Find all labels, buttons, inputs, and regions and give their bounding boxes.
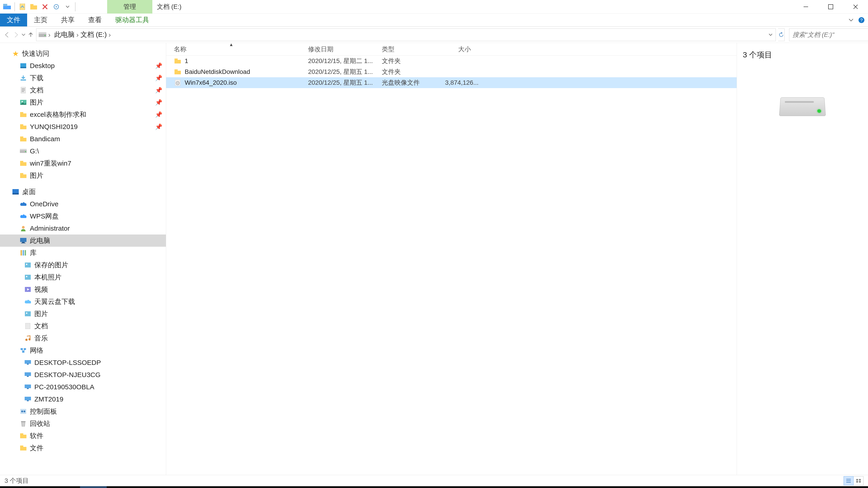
tree-item[interactable]: 此电脑 bbox=[0, 234, 166, 247]
file-row[interactable]: BaiduNetdiskDownload 2020/12/25, 星期五 1..… bbox=[166, 66, 737, 77]
col-name[interactable]: 名称 bbox=[166, 45, 301, 54]
tree-item[interactable]: DESKTOP-NJEU3CG bbox=[0, 369, 166, 381]
svg-rect-32 bbox=[20, 173, 23, 175]
address-bar[interactable]: › 此电脑 › 文档 (E:) › bbox=[36, 29, 776, 41]
nav-forward-button[interactable] bbox=[13, 29, 20, 40]
breadcrumb-this-pc[interactable]: 此电脑 bbox=[53, 30, 76, 39]
tree-item[interactable]: 天翼云盘下载 bbox=[0, 295, 166, 308]
tree-item[interactable]: OneDrive bbox=[0, 198, 166, 210]
start-button[interactable] bbox=[0, 486, 27, 488]
tree-label: 桌面 bbox=[22, 187, 36, 197]
search-input[interactable] bbox=[789, 31, 868, 38]
tree-desktop[interactable]: 桌面 bbox=[0, 186, 166, 198]
breadcrumb-sep[interactable]: › bbox=[108, 31, 111, 39]
taskbar-explorer-button[interactable] bbox=[80, 486, 107, 488]
svg-rect-40 bbox=[23, 250, 24, 256]
tree-item[interactable]: 视频 bbox=[0, 283, 166, 295]
qa-delete-icon[interactable] bbox=[40, 2, 50, 12]
window-controls bbox=[794, 0, 868, 13]
tab-share[interactable]: 共享 bbox=[54, 13, 81, 26]
file-row[interactable]: Win7x64_2020.iso 2020/12/25, 星期五 1... 光盘… bbox=[166, 77, 737, 88]
folder-icon bbox=[20, 112, 27, 117]
svg-rect-49 bbox=[25, 323, 30, 329]
tree-item[interactable]: win7重装win7 bbox=[0, 157, 166, 169]
tab-home[interactable]: 主页 bbox=[27, 13, 54, 26]
tree-item[interactable]: 下载 📌 bbox=[0, 72, 166, 84]
tree-label: Desktop bbox=[30, 62, 55, 70]
tree-item[interactable]: G:\ bbox=[0, 145, 166, 157]
tree-item[interactable]: Bandicam bbox=[0, 133, 166, 145]
tree-item[interactable]: 文件 bbox=[0, 442, 166, 454]
svg-rect-58 bbox=[27, 376, 29, 377]
tree-label: 本机照片 bbox=[34, 273, 61, 282]
quick-access-toolbar bbox=[0, 2, 77, 12]
app-icon[interactable] bbox=[2, 2, 12, 12]
qa-new-folder-icon[interactable] bbox=[29, 2, 39, 12]
taskbar-search-button[interactable] bbox=[27, 486, 53, 488]
col-date[interactable]: 修改日期 bbox=[301, 45, 374, 54]
nav-up-button[interactable] bbox=[28, 29, 34, 40]
tree-item[interactable]: Administrator bbox=[0, 222, 166, 234]
file-row[interactable]: 1 2020/12/15, 星期二 1... 文件夹 bbox=[166, 56, 737, 66]
view-large-icons-button[interactable] bbox=[854, 476, 864, 485]
qa-dropdown-icon[interactable] bbox=[62, 2, 73, 12]
tree-item[interactable]: ZMT2019 bbox=[0, 393, 166, 405]
qa-settings-icon[interactable] bbox=[51, 2, 61, 12]
col-size[interactable]: 大小 bbox=[435, 45, 477, 54]
col-type[interactable]: 类型 bbox=[374, 45, 435, 54]
svg-rect-0 bbox=[3, 6, 11, 9]
tab-drive-tools[interactable]: 驱动器工具 bbox=[108, 13, 156, 26]
breadcrumb-sep[interactable]: › bbox=[46, 31, 53, 39]
svg-rect-44 bbox=[25, 275, 31, 280]
tree-item[interactable]: PC-20190530OBLA bbox=[0, 381, 166, 393]
cloud-blue-icon bbox=[20, 202, 27, 206]
refresh-button[interactable] bbox=[778, 29, 784, 41]
tree-item[interactable]: DESKTOP-LSSOEDP bbox=[0, 357, 166, 369]
pc-icon bbox=[20, 238, 27, 243]
tree-item[interactable]: 图片 bbox=[0, 308, 166, 320]
tree-label: Bandicam bbox=[30, 135, 60, 143]
tree-item[interactable]: 音乐 bbox=[0, 332, 166, 344]
status-bar: 3 个项目 bbox=[0, 475, 868, 486]
tree-item[interactable]: WPS网盘 bbox=[0, 210, 166, 222]
tree-item[interactable]: 文档 bbox=[0, 320, 166, 332]
tree-item[interactable]: 库 bbox=[0, 247, 166, 259]
tree-item[interactable]: 本机照片 bbox=[0, 271, 166, 283]
tree-item[interactable]: excel表格制作求和 📌 bbox=[0, 108, 166, 121]
tree-quick-access[interactable]: 快速访问 bbox=[0, 47, 166, 60]
breadcrumb-sep[interactable]: › bbox=[76, 31, 79, 39]
nav-history-dropdown[interactable] bbox=[22, 29, 25, 40]
maximize-button[interactable] bbox=[818, 0, 843, 13]
title-bar: 管理 文档 (E:) bbox=[0, 0, 868, 13]
tree-item[interactable]: 文档 📌 bbox=[0, 84, 166, 96]
ribbon-expand-icon[interactable] bbox=[848, 19, 854, 22]
tree-item[interactable]: 保存的图片 bbox=[0, 259, 166, 271]
tree-item[interactable]: 回收站 bbox=[0, 418, 166, 430]
close-button[interactable] bbox=[843, 0, 868, 13]
tree-label: 文件 bbox=[30, 444, 43, 453]
view-details-button[interactable] bbox=[844, 476, 854, 485]
address-dropdown-icon[interactable] bbox=[766, 34, 776, 36]
tab-view[interactable]: 查看 bbox=[81, 13, 108, 26]
tree-item[interactable]: 图片 bbox=[0, 169, 166, 182]
tree-item[interactable]: 软件 bbox=[0, 430, 166, 442]
cloud-blue2-icon bbox=[20, 214, 27, 219]
tree-item[interactable]: Desktop 📌 bbox=[0, 60, 166, 72]
tab-file[interactable]: 文件 bbox=[0, 13, 27, 26]
help-icon[interactable]: ? bbox=[858, 17, 865, 24]
tree-label: WPS网盘 bbox=[30, 212, 59, 221]
breadcrumb-drive-e[interactable]: 文档 (E:) bbox=[79, 30, 109, 39]
task-view-button[interactable] bbox=[53, 486, 80, 488]
bin-icon bbox=[20, 421, 27, 427]
folder-icon bbox=[20, 136, 27, 141]
tree-network[interactable]: 网络 bbox=[0, 344, 166, 357]
minimize-button[interactable] bbox=[794, 0, 818, 13]
qa-properties-icon[interactable] bbox=[17, 2, 28, 12]
tree-item[interactable]: YUNQISHI2019 📌 bbox=[0, 121, 166, 133]
nav-back-button[interactable] bbox=[4, 29, 10, 40]
tree-item[interactable]: 控制面板 bbox=[0, 405, 166, 418]
navigation-pane[interactable]: 快速访问 Desktop 📌 下载 📌 文档 📌 图片 📌 bbox=[0, 43, 166, 475]
file-rows[interactable]: 1 2020/12/15, 星期二 1... 文件夹 BaiduNetdiskD… bbox=[166, 56, 737, 475]
search-box[interactable] bbox=[789, 29, 868, 41]
tree-item[interactable]: 图片 📌 bbox=[0, 96, 166, 108]
